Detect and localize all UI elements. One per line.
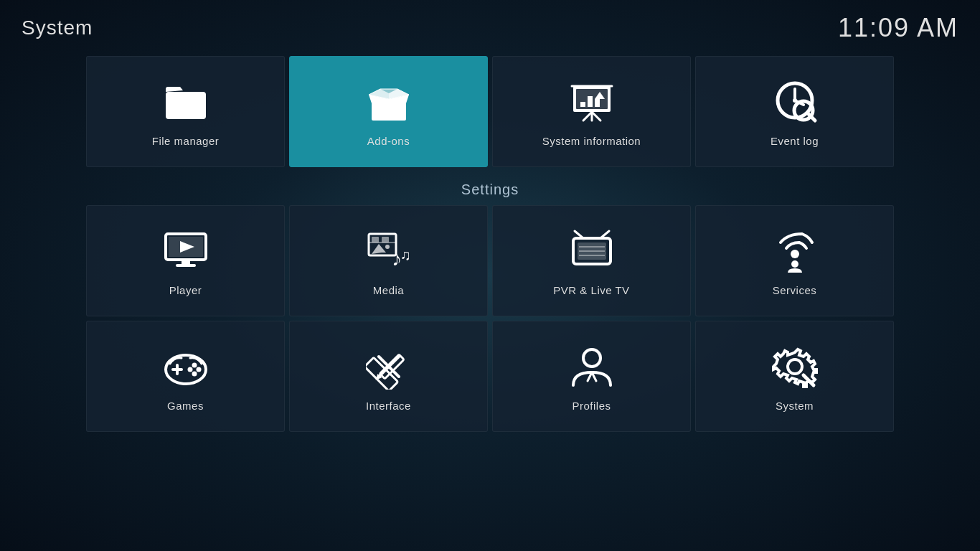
tile-pvr-live-tv-label: PVR & Live TV (553, 284, 629, 296)
svg-marker-27 (372, 244, 386, 254)
tile-system-information[interactable]: System information (492, 56, 691, 167)
folder-icon (163, 79, 209, 125)
tile-add-ons[interactable]: Add-ons (289, 56, 488, 167)
tile-games[interactable]: Games (86, 321, 285, 432)
tile-interface-label: Interface (366, 400, 411, 412)
header: System 11:09 AM (0, 0, 980, 56)
svg-rect-3 (580, 102, 585, 107)
tile-services[interactable]: Services (695, 205, 894, 316)
tile-profiles-label: Profiles (572, 400, 611, 412)
profiles-icon (569, 344, 615, 390)
tile-services-label: Services (773, 284, 817, 296)
tile-system-label: System (776, 400, 814, 412)
tile-interface[interactable]: Interface (289, 321, 488, 432)
settings-row-1: Player ♪ ♫ Media (86, 205, 894, 316)
svg-point-38 (791, 250, 799, 258)
tile-add-ons-label: Add-ons (367, 135, 410, 147)
svg-rect-0 (166, 92, 206, 119)
page-title: System (22, 17, 93, 39)
tile-event-log[interactable]: Event log (695, 56, 894, 167)
svg-point-43 (192, 363, 197, 368)
settings-label: Settings (86, 182, 894, 198)
media-icon: ♪ ♫ (366, 228, 412, 274)
svg-rect-4 (588, 96, 593, 107)
svg-text:♫: ♫ (400, 247, 411, 263)
svg-rect-25 (382, 237, 389, 242)
tile-player[interactable]: Player (86, 205, 285, 316)
settings-row-2: Games Interface (86, 321, 894, 432)
clock: 11:09 AM (838, 13, 958, 43)
tile-system[interactable]: System (695, 321, 894, 432)
svg-rect-5 (595, 99, 600, 107)
eventlog-icon (772, 79, 818, 125)
sysinfo-icon (569, 79, 615, 125)
services-icon (772, 228, 818, 274)
tile-player-label: Player (169, 284, 202, 296)
player-icon (163, 228, 209, 274)
tile-file-manager[interactable]: File manager (86, 56, 285, 167)
svg-point-28 (385, 245, 390, 249)
tile-file-manager-label: File manager (152, 135, 220, 147)
svg-line-8 (592, 112, 600, 121)
pvr-icon (569, 228, 615, 274)
games-icon (163, 344, 209, 390)
svg-point-46 (187, 367, 192, 372)
main-content: File manager (0, 56, 980, 432)
tile-games-label: Games (167, 400, 204, 412)
tile-profiles[interactable]: Profiles (492, 321, 691, 432)
tile-media-label: Media (373, 284, 404, 296)
svg-rect-20 (182, 260, 190, 264)
box-icon (366, 79, 412, 125)
tile-event-log-label: Event log (771, 135, 819, 147)
svg-point-45 (192, 372, 197, 377)
tile-system-information-label: System information (542, 135, 641, 147)
svg-point-52 (583, 349, 600, 367)
tile-pvr-live-tv[interactable]: PVR & Live TV (492, 205, 691, 316)
svg-point-44 (196, 367, 201, 372)
svg-rect-21 (176, 264, 196, 267)
svg-point-39 (791, 260, 798, 268)
svg-line-7 (583, 112, 592, 121)
interface-icon (366, 344, 412, 390)
top-row: File manager (86, 56, 894, 167)
system-icon (772, 344, 818, 390)
svg-point-55 (788, 359, 802, 374)
tile-media[interactable]: ♪ ♫ Media (289, 205, 488, 316)
svg-rect-24 (372, 237, 379, 242)
